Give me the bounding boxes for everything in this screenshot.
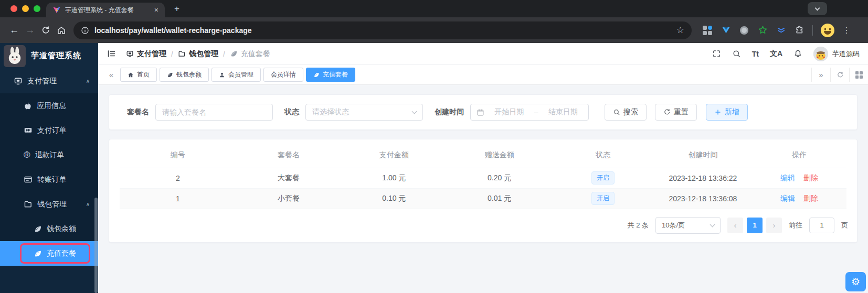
new-tab-button[interactable]: + xyxy=(170,2,184,16)
grid-extension-icon[interactable] xyxy=(702,25,713,36)
sidebar: 芋道管理系统 支付管理 ∧ 应用信息 支付订单 ® 退款订单 转账订单 钱包管理… xyxy=(0,43,98,293)
cell-actions: 编辑删除 xyxy=(752,168,846,188)
tab-search-button[interactable] xyxy=(808,2,827,15)
prev-page-button[interactable]: ‹ xyxy=(727,218,743,233)
next-page-button[interactable]: › xyxy=(766,218,782,233)
page-size-select[interactable]: 10条/页 xyxy=(655,217,721,234)
name-filter-input[interactable] xyxy=(155,104,273,121)
user-avatar[interactable] xyxy=(813,47,828,61)
cell-created: 2023-12-18 13:36:08 xyxy=(654,188,752,209)
layout-grid-icon[interactable] xyxy=(849,68,868,82)
tag-member-management[interactable]: 会员管理 xyxy=(211,68,261,82)
browser-toolbar: ← → localhost/pay/wallet/wallet-recharge… xyxy=(0,17,868,43)
font-size-icon[interactable]: Tt xyxy=(752,50,759,58)
col-created: 创建时间 xyxy=(654,143,752,168)
table-row[interactable]: 2 大套餐 1.00 元 0.20 元 开启 2023-12-18 13:36:… xyxy=(120,168,846,188)
tags-scroll-right-icon[interactable]: » xyxy=(811,68,830,82)
settings-gear-button[interactable]: ⚙ xyxy=(845,272,866,291)
page-number-button[interactable]: 1 xyxy=(747,218,763,233)
edit-link[interactable]: 编辑 xyxy=(780,173,795,182)
breadcrumb-item-wallet[interactable]: 钱包管理 xyxy=(178,49,218,59)
sidebar-fold-icon[interactable] xyxy=(107,49,117,59)
search-icon[interactable] xyxy=(732,49,741,58)
folder-icon xyxy=(178,50,186,58)
username[interactable]: 芋道源码 xyxy=(832,49,860,59)
sidebar-item-pay-management[interactable]: 支付管理 ∧ xyxy=(0,69,98,93)
date-end-placeholder: 结束日期 xyxy=(543,107,583,117)
forward-button[interactable]: → xyxy=(22,23,38,38)
zoom-window-button[interactable] xyxy=(34,5,40,12)
minimize-window-button[interactable] xyxy=(22,5,29,12)
vue-devtools-icon[interactable] xyxy=(721,25,731,36)
dot-extension-icon[interactable] xyxy=(739,25,749,36)
pagination: 共 2 条 10条/页 ‹ 1 › 前往 页 xyxy=(109,209,857,242)
back-button[interactable]: ← xyxy=(6,23,22,38)
delete-link[interactable]: 删除 xyxy=(803,194,818,202)
sidebar-item-transfer-order[interactable]: 转账订单 xyxy=(0,167,98,192)
cell-id: 1 xyxy=(120,188,236,209)
url-text[interactable]: localhost/pay/wallet/wallet-recharge-pac… xyxy=(94,26,671,35)
tag-recharge-package[interactable]: 充值套餐 xyxy=(306,68,355,82)
sidebar-item-wallet-management[interactable]: 钱包管理 ∧ xyxy=(0,192,98,216)
window-controls[interactable] xyxy=(10,5,40,12)
tag-wallet-balance[interactable]: 钱包余额 xyxy=(160,68,209,82)
tags-scroll-left-icon[interactable]: « xyxy=(104,70,118,79)
sidebar-item-label: 钱包管理 xyxy=(37,200,67,209)
address-bar[interactable]: localhost/pay/wallet/wallet-recharge-pac… xyxy=(73,21,692,39)
cell-status: 开启 xyxy=(552,188,654,209)
tags-refresh-icon[interactable] xyxy=(830,68,849,82)
status-filter-select[interactable]: 请选择状态 xyxy=(305,104,423,121)
sidebar-scrollbar[interactable] xyxy=(94,198,98,293)
tag-member-detail[interactable]: 会员详情 xyxy=(263,68,303,82)
bell-icon[interactable] xyxy=(793,49,802,58)
table-card: 编号 套餐名 支付金额 赠送金额 状态 创建时间 操作 2 大套餐 xyxy=(109,139,858,243)
col-id: 编号 xyxy=(120,143,236,168)
calendar-icon xyxy=(477,108,484,116)
goto-page-input[interactable] xyxy=(809,218,834,233)
edit-link[interactable]: 编辑 xyxy=(780,194,795,202)
col-status: 状态 xyxy=(552,143,654,168)
reset-button[interactable]: 重置 xyxy=(655,104,697,121)
layers-extension-icon[interactable] xyxy=(776,25,786,36)
cell-id: 2 xyxy=(120,168,236,188)
goto-label: 前往 xyxy=(789,221,802,230)
search-icon xyxy=(613,108,620,116)
home-button[interactable] xyxy=(54,23,69,38)
sidebar-item-label: 转账订单 xyxy=(37,175,67,185)
sidebar-item-label: 支付管理 xyxy=(27,77,57,86)
reload-button[interactable] xyxy=(38,23,54,38)
table-row[interactable]: 1 小套餐 0.10 元 0.01 元 开启 2023-12-18 13:36:… xyxy=(120,188,846,209)
cell-created: 2023-12-18 13:36:22 xyxy=(654,168,752,188)
leaf-icon xyxy=(34,249,42,258)
browser-menu-icon[interactable]: ⋮ xyxy=(842,25,851,35)
sidebar-item-refund-order[interactable]: ® 退款订单 xyxy=(0,143,98,167)
locale-icon[interactable]: 文A xyxy=(770,49,782,59)
browser-profile-avatar[interactable] xyxy=(821,24,834,37)
app-logo-row[interactable]: 芋道管理系统 xyxy=(0,43,98,69)
sidebar-item-pay-order[interactable]: 支付订单 xyxy=(0,118,98,143)
breadcrumb-item-pay[interactable]: 支付管理 xyxy=(126,49,166,59)
star-extension-icon[interactable] xyxy=(757,25,768,36)
sidebar-item-label: 支付订单 xyxy=(37,126,67,135)
sidebar-item-recharge-package[interactable]: 充值套餐 xyxy=(0,241,98,266)
fullscreen-icon[interactable] xyxy=(712,49,721,58)
chevron-down-icon xyxy=(815,5,820,10)
sidebar-item-app-info[interactable]: 应用信息 xyxy=(0,93,98,118)
sidebar-item-wallet-balance[interactable]: 钱包余额 xyxy=(0,216,98,241)
date-range-picker[interactable]: 开始日期 – 结束日期 xyxy=(470,104,589,121)
add-button[interactable]: 新增 xyxy=(706,104,748,121)
cell-actions: 编辑删除 xyxy=(752,188,846,209)
search-button[interactable]: 搜索 xyxy=(605,104,647,121)
bookmark-star-icon[interactable]: ☆ xyxy=(676,25,684,36)
tag-home[interactable]: 首页 xyxy=(120,68,157,82)
cell-name: 小套餐 xyxy=(236,188,342,209)
tab-close-icon[interactable]: × xyxy=(154,6,158,14)
user-icon xyxy=(219,72,225,78)
delete-link[interactable]: 删除 xyxy=(803,173,818,182)
status-select-placeholder: 请选择状态 xyxy=(312,107,349,117)
recharge-package-table: 编号 套餐名 支付金额 赠送金额 状态 创建时间 操作 2 大套餐 xyxy=(120,143,846,209)
site-info-icon[interactable] xyxy=(81,26,89,35)
close-window-button[interactable] xyxy=(10,5,17,12)
browser-tab[interactable]: 芋道管理系统 - 充值套餐 × xyxy=(46,3,165,17)
extensions-puzzle-icon[interactable] xyxy=(794,25,805,36)
